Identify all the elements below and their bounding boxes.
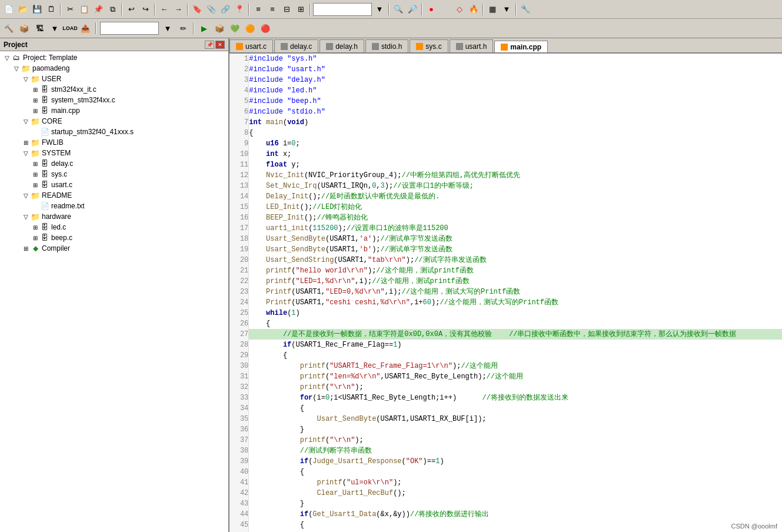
paste-button[interactable]: 📌 [92,3,105,16]
toggle-USER[interactable]: ▽ [21,74,31,84]
line-number: 29 [229,350,249,361]
tree-item-startup[interactable]: 📄 startup_stm32f40_41xxx.s [0,127,228,137]
build-btn1[interactable]: 🔨 [2,22,15,35]
toggle-main-cpp[interactable]: ⊞ [31,106,40,115]
settings-button[interactable]: 🔧 [519,3,532,16]
combo-dropdown[interactable]: ▼ [373,3,386,16]
format-button[interactable]: ⊟ [280,3,293,16]
build-btn5[interactable]: 📤 [79,22,92,35]
tab-stdio-h[interactable]: stdio.h [365,39,408,52]
bookmark3-button[interactable]: 🔗 [219,3,232,16]
target-dropdown[interactable]: ▼ [161,22,174,35]
tree-item-led-c[interactable]: ⊞ 🗄 led.c [0,222,228,232]
debug-btn5[interactable]: 🔴 [259,22,272,35]
tree-item-FWLIB[interactable]: ⊞ 📁 FWLIB [0,137,228,148]
toggle-beep-c[interactable]: ⊞ [31,233,40,242]
undo-button[interactable]: ↩ [125,3,138,16]
save-all-button[interactable]: 🗒 [45,3,58,16]
tab-icon-delay-c [281,43,288,50]
record-button[interactable]: ● [425,3,438,16]
tree-item-USER[interactable]: ▽ 📁 USER [0,74,228,84]
redo-button[interactable]: ↪ [139,3,152,16]
toggle-stm32[interactable]: ⊞ [31,85,40,94]
tree-item-readme-txt[interactable]: 📄 readme.txt [0,201,228,211]
grid-dropdown-button[interactable]: ▼ [500,3,513,16]
debug-btn2[interactable]: 📦 [213,22,226,35]
search2-button[interactable]: 🔎 [406,3,419,16]
bookmark4-button[interactable]: 📍 [233,3,246,16]
save-button[interactable]: 💾 [31,3,44,16]
toggle-delay-c[interactable]: ⊞ [31,159,40,168]
tree-item-SYSTEM[interactable]: ▽ 📁 SYSTEM [0,148,228,158]
toggle-readme-txt[interactable] [31,201,40,211]
nav-back-button[interactable]: ← [158,3,171,16]
format2-button[interactable]: ⊞ [294,3,307,16]
tab-usart-c[interactable]: usart.c [229,39,273,52]
build-dropdown[interactable]: ▼ [48,22,61,35]
build-btn4[interactable]: LOAD [64,22,76,35]
tree-item-paomadeng[interactable]: ▽ 📁 paomadeng [0,63,228,74]
tree-item-main-cpp[interactable]: ⊞ 🗄 main.cpp [0,105,228,116]
tree-item-CORE[interactable]: ▽ 📁 CORE [0,116,228,127]
toggle-paomadeng[interactable]: ▽ [12,64,21,73]
grid-button[interactable]: ▦ [486,3,499,16]
toggle-led-c[interactable]: ⊞ [31,222,40,232]
new-button[interactable]: 📄 [2,3,15,16]
tree-item-hardware[interactable]: ▽ 📁 hardware [0,211,228,222]
open-button[interactable]: 📂 [16,3,29,16]
toggle-CORE[interactable]: ▽ [21,117,31,126]
tree-item-stm32[interactable]: ⊞ 🗄 stm32f4xx_it.c [0,84,228,95]
target-combo[interactable]: paomadeng [100,22,159,35]
circle-button[interactable]: ○ [439,3,452,16]
code-area[interactable]: 1 #include "sys.h" 2 #include "usart.h" … [229,54,782,532]
tab-main-cpp[interactable]: main.cpp [494,41,548,54]
toggle-system[interactable]: ⊞ [31,95,40,105]
cut-button[interactable]: ✂ [64,3,76,16]
tab-delay-c[interactable]: delay.c [274,39,318,52]
flame-button[interactable]: 🔥 [467,3,480,16]
project-close-button[interactable]: ✕ [215,41,225,49]
toggle-template[interactable]: ▽ [2,53,12,62]
copy-button[interactable]: 📋 [78,3,91,16]
toggle-SYSTEM[interactable]: ▽ [21,148,31,158]
toggle-FWLIB[interactable]: ⊞ [21,138,31,147]
bookmark-button[interactable]: 🔖 [191,3,204,16]
tree-item-compiler[interactable]: ⊞ ◆ Compiler [0,243,228,254]
file-icon-startup: 📄 [40,127,49,137]
toggle-hardware[interactable]: ▽ [21,212,31,221]
tree-item-beep-c[interactable]: ⊞ 🗄 beep.c [0,232,228,243]
bookmark2-button[interactable]: 📎 [205,3,218,16]
tree-item-delay-c[interactable]: ⊞ 🗄 delay.c [0,158,228,169]
tree-item-system[interactable]: ⊞ 🗄 system_stm32f4xx.c [0,95,228,105]
debug-btn3[interactable]: 💚 [228,22,241,35]
tree-item-usart-c[interactable]: ⊞ 🗄 usart.c [0,179,228,190]
toggle-startup[interactable] [31,127,40,137]
toggle-README[interactable]: ▽ [21,191,31,200]
tab-delay-h[interactable]: delay.h [320,39,364,52]
search-button[interactable]: 🔍 [392,3,405,16]
build-btn2[interactable]: 📦 [18,22,31,35]
project-pin-button[interactable]: 📌 [205,41,214,49]
tab-usart-h[interactable]: usart.h [450,39,494,52]
tab-sys-c[interactable]: sys.c [410,39,448,52]
align-left-button[interactable]: ≡ [252,3,265,16]
build-btn3[interactable]: 🏗 [33,22,46,35]
tree-item-README[interactable]: ▽ 📁 README [0,190,228,201]
file-icon-system: 🗄 [40,95,49,105]
line-number: 14 [229,191,249,202]
debug-btn4[interactable]: 🟠 [244,22,257,35]
copy2-button[interactable]: ⧉ [106,3,119,16]
nav-fwd-button[interactable]: → [172,3,185,16]
align-right-button[interactable]: ≡ [266,3,279,16]
function-combo[interactable]: printf [313,3,372,16]
code-line: printf("USART1_Rec_Frame_Flag=1\r\n");//… [249,361,782,371]
toggle-sys-c[interactable]: ⊞ [31,169,40,179]
debug-btn1[interactable]: ▶ [198,22,211,35]
toggle-usart-c[interactable]: ⊞ [31,180,40,189]
sep12 [193,22,194,34]
toggle-compiler[interactable]: ⊞ [21,244,31,253]
tree-item-sys-c[interactable]: ⊞ 🗄 sys.c [0,169,228,179]
tree-item-template[interactable]: ▽ 🗂 Project: Template [0,52,228,63]
diamond-button[interactable]: ◇ [453,3,466,16]
target-btn1[interactable]: ✏ [177,22,189,35]
